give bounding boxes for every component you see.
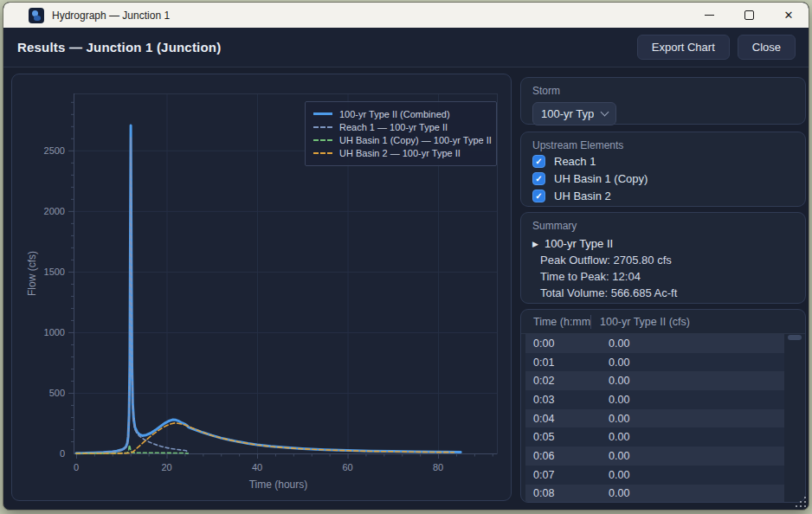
- series-100-yr-type-ii-combined: [76, 125, 461, 453]
- storm-select[interactable]: 100-yr Type: [532, 102, 616, 125]
- y-tick-label: 500: [49, 388, 65, 398]
- upstream-checkbox-row[interactable]: ✓Reach 1: [532, 154, 794, 169]
- table-row: 0:040.00: [525, 409, 784, 428]
- legend-swatch: [313, 139, 332, 141]
- table-cell-time: 0:05: [525, 431, 599, 443]
- upstream-panel: Upstream Elements ✓Reach 1✓UH Basin 1 (C…: [520, 132, 806, 207]
- table-cell-value: 0.00: [599, 413, 629, 425]
- x-tick-label: 60: [342, 462, 352, 472]
- title-bar[interactable]: Hydrograph — Junction 1 ✕: [3, 3, 809, 28]
- table-row: 0:000.00: [525, 334, 784, 353]
- summary-storm-row[interactable]: ▶ 100-yr Type II: [532, 237, 794, 250]
- table-row: 0:050.00: [525, 427, 784, 447]
- table-header-time: Time (h:mm: [521, 316, 590, 328]
- minimize-icon: [705, 15, 714, 16]
- legend-item: UH Basin 2 — 100-yr Type II: [313, 146, 488, 159]
- table-cell-time: 0:01: [525, 357, 599, 369]
- legend-item: Reach 1 — 100-yr Type II: [313, 120, 488, 133]
- legend-swatch: [313, 152, 332, 154]
- table-cell-value: 0.00: [599, 394, 629, 406]
- legend-item: UH Basin 1 (Copy) — 100-yr Type II: [313, 133, 488, 146]
- summary-lines: Peak Outflow: 2705.80 cfsTime to Peak: 1…: [532, 254, 794, 299]
- minimize-button[interactable]: [689, 3, 729, 28]
- y-tick-label: 0: [60, 448, 65, 459]
- upstream-checkbox-row[interactable]: ✓UH Basin 1 (Copy): [532, 171, 794, 186]
- summary-line: Peak Outflow: 2705.80 cfs: [540, 254, 794, 267]
- maximize-button[interactable]: [729, 3, 769, 28]
- resize-grip[interactable]: [795, 496, 807, 508]
- maximize-icon: [744, 10, 754, 20]
- close-icon: ✕: [784, 10, 794, 21]
- close-button[interactable]: Close: [738, 35, 796, 61]
- table-cell-value: 0.00: [599, 357, 629, 369]
- table-cell-time: 0:07: [525, 469, 599, 481]
- upstream-checkbox-row[interactable]: ✓UH Basin 2: [532, 189, 794, 203]
- summary-label: Summary: [532, 220, 794, 232]
- legend-label: UH Basin 1 (Copy) — 100-yr Type II: [339, 135, 492, 145]
- app-icon: [29, 8, 44, 23]
- collapse-arrow-icon: ▶: [532, 240, 538, 248]
- storm-panel: Storm 100-yr Type: [520, 77, 806, 125]
- table-header-flow: 100-yr Type II (cfs): [591, 316, 690, 328]
- table-cell-time: 0:06: [525, 450, 599, 462]
- table-scrollbar-thumb[interactable]: [788, 335, 802, 340]
- table-cell-value: 0.00: [599, 431, 629, 443]
- table-body[interactable]: 0:000.000:010.000:020.000:030.000:040.00…: [525, 334, 784, 500]
- results-table-panel: Time (h:mm 100-yr Type II (cfs) 0:000.00…: [520, 309, 806, 503]
- x-tick-label: 40: [252, 462, 262, 472]
- upstream-item-label: UH Basin 1 (Copy): [554, 172, 648, 185]
- x-tick-label: 80: [433, 462, 443, 472]
- storm-label: Storm: [532, 85, 794, 97]
- table-cell-time: 0:00: [525, 337, 599, 350]
- y-tick-label: 2000: [44, 206, 65, 216]
- table-header: Time (h:mm 100-yr Type II (cfs): [521, 310, 805, 334]
- export-chart-button[interactable]: Export Chart: [637, 35, 730, 61]
- legend-label: Reach 1 — 100-yr Type II: [339, 122, 448, 132]
- y-axis-title: Flow (cfs): [26, 251, 38, 296]
- window-controls: ✕: [689, 3, 809, 28]
- chart-legend: 100-yr Type II (Combined)Reach 1 — 100-y…: [305, 101, 497, 166]
- window-close-button[interactable]: ✕: [769, 3, 809, 28]
- table-cell-value: 0.00: [599, 487, 629, 499]
- checkbox-checked-icon[interactable]: ✓: [532, 155, 545, 168]
- upstream-list: ✓Reach 1✓UH Basin 1 (Copy)✓UH Basin 2: [532, 154, 794, 203]
- table-row: 0:060.00: [525, 447, 784, 466]
- storm-selected-value: 100-yr Type: [541, 107, 594, 120]
- summary-line: Total Volume: 566.685 Ac-ft: [540, 286, 794, 299]
- y-tick-label: 1500: [44, 267, 65, 277]
- table-cell-time: 0:08: [525, 487, 599, 499]
- upstream-item-label: Reach 1: [554, 155, 596, 168]
- x-tick-label: 0: [74, 462, 79, 472]
- table-cell-value: 0.00: [599, 337, 629, 350]
- chart-panel: 02040608005001000150020002500Time (hours…: [11, 74, 512, 501]
- table-cell-time: 0:04: [525, 413, 599, 425]
- summary-panel: Summary ▶ 100-yr Type II Peak Outflow: 2…: [520, 212, 806, 304]
- series-uh-basin-2-100-yr-type-ii: [76, 423, 454, 453]
- table-row: 0:010.00: [525, 353, 784, 372]
- legend-label: 100-yr Type II (Combined): [339, 109, 450, 119]
- table-row: 0:070.00: [525, 466, 784, 485]
- legend-item: 100-yr Type II (Combined): [313, 107, 488, 120]
- window-title: Hydrograph — Junction 1: [52, 10, 170, 22]
- legend-label: UH Basin 2 — 100-yr Type II: [339, 148, 461, 158]
- table-cell-value: 0.00: [599, 450, 629, 462]
- desktop: Hydrograph — Junction 1 ✕ Results — Junc…: [0, 0, 812, 514]
- chevron-down-icon: [601, 108, 609, 117]
- table-cell-value: 0.00: [599, 469, 629, 481]
- page-title: Results — Junction 1 (Junction): [17, 40, 221, 55]
- table-cell-time: 0:02: [525, 375, 599, 387]
- table-cell-value: 0.00: [599, 375, 629, 387]
- y-tick-label: 1000: [44, 327, 65, 337]
- legend-swatch: [313, 126, 332, 128]
- checkbox-checked-icon[interactable]: ✓: [532, 172, 545, 185]
- legend-swatch: [313, 112, 332, 115]
- hydrograph-window: Hydrograph — Junction 1 ✕ Results — Junc…: [3, 2, 809, 511]
- table-row: 0:020.00: [525, 371, 784, 390]
- upstream-item-label: UH Basin 2: [554, 190, 611, 202]
- checkbox-checked-icon[interactable]: ✓: [532, 190, 545, 202]
- table-row: 0:080.00: [525, 485, 784, 504]
- summary-storm-name: 100-yr Type II: [545, 237, 613, 250]
- upstream-label: Upstream Elements: [532, 139, 794, 151]
- x-tick-label: 20: [161, 462, 171, 472]
- table-cell-time: 0:03: [525, 394, 599, 406]
